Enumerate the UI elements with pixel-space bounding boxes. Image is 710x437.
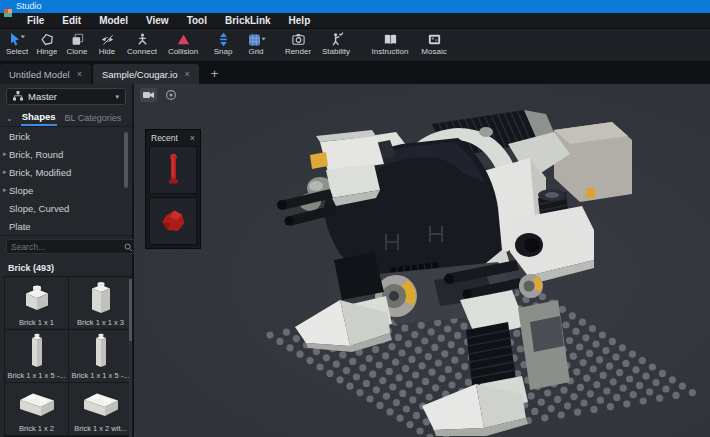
brick-thumbnail bbox=[82, 383, 120, 424]
part-search-field[interactable] bbox=[6, 239, 138, 254]
hierarchy-icon bbox=[13, 91, 23, 103]
brick-thumbnail bbox=[18, 383, 56, 424]
brick-results-grid: Brick 1 x 1 Brick 1 x 1 x 3 Brick 1 x 1 … bbox=[4, 276, 132, 437]
category-brick-round[interactable]: ▸Brick, Round bbox=[0, 145, 132, 163]
scene-canvas[interactable] bbox=[134, 84, 710, 437]
tab-close-icon[interactable]: × bbox=[185, 69, 190, 79]
viewport-3d[interactable]: Recent × bbox=[134, 84, 710, 437]
master-dropdown-label: Master bbox=[28, 91, 57, 102]
results-scrollbar[interactable] bbox=[129, 279, 132, 437]
category-scrollbar[interactable] bbox=[124, 132, 128, 188]
app-logo-icon bbox=[4, 3, 12, 11]
menu-help[interactable]: Help bbox=[280, 15, 320, 26]
tab-sample-cougar[interactable]: Sample/Cougar.io × bbox=[93, 64, 199, 84]
tool-mosaic[interactable]: Mosaic bbox=[414, 32, 454, 56]
tool-snap[interactable]: Snap bbox=[208, 32, 238, 56]
search-row bbox=[0, 235, 132, 257]
brick-thumbnail bbox=[30, 330, 44, 371]
part-brick-1x1x3[interactable]: Brick 1 x 1 x 3 bbox=[69, 277, 132, 329]
hinge-icon bbox=[40, 32, 55, 47]
mosaic-icon bbox=[427, 32, 442, 47]
new-tab-button[interactable]: + bbox=[211, 66, 219, 81]
menu-tool[interactable]: Tool bbox=[178, 15, 216, 26]
category-slope-curved[interactable]: Slope, Curved bbox=[0, 199, 132, 217]
category-slope[interactable]: ▸Slope bbox=[0, 181, 132, 199]
title-bar: Studio bbox=[0, 0, 710, 13]
tab-untitled-model[interactable]: Untitled Model × bbox=[0, 64, 91, 84]
tab-shapes[interactable]: Shapes bbox=[21, 111, 57, 126]
search-input[interactable] bbox=[11, 242, 122, 252]
search-icon bbox=[124, 238, 133, 256]
tool-connect[interactable]: Connect bbox=[122, 32, 162, 56]
recent-panel-header: Recent × bbox=[146, 130, 200, 146]
menu-bar: File Edit Model View Tool BrickLink Help bbox=[0, 13, 710, 29]
viewport-controls bbox=[140, 88, 179, 102]
part-brick-1x2[interactable]: Brick 1 x 2 bbox=[5, 383, 68, 435]
main-content: Master ▾ ⌄ Shapes BL Categories Brick ▸B… bbox=[0, 84, 710, 437]
tab-bl-categories[interactable]: BL Categories bbox=[65, 113, 122, 126]
master-step-dropdown[interactable]: Master ▾ bbox=[6, 88, 126, 105]
palette-tabs: ⌄ Shapes BL Categories bbox=[0, 108, 132, 127]
results-count-header: Brick (493) bbox=[0, 257, 132, 276]
tool-collision[interactable]: Collision bbox=[162, 32, 204, 56]
brick-thumbnail bbox=[23, 277, 51, 318]
category-plate[interactable]: Plate bbox=[0, 217, 132, 235]
tool-render[interactable]: Render bbox=[280, 32, 316, 56]
tab-label: Untitled Model bbox=[9, 69, 70, 80]
menu-view[interactable]: View bbox=[137, 15, 178, 26]
toolbar: Select Hinge Clone Hide Connect Collisio… bbox=[0, 29, 710, 62]
recent-panel-title: Recent bbox=[151, 133, 178, 143]
window-title: Studio bbox=[16, 2, 42, 11]
brick-thumbnail bbox=[89, 277, 113, 318]
tab-label: Sample/Cougar.io bbox=[102, 69, 178, 80]
recent-part-red-boulder[interactable] bbox=[149, 197, 197, 245]
select-cursor-icon bbox=[8, 32, 26, 47]
menu-model[interactable]: Model bbox=[90, 15, 137, 26]
recent-part-red-antenna[interactable] bbox=[149, 146, 197, 194]
tool-clone[interactable]: Clone bbox=[62, 32, 92, 56]
category-brick-modified[interactable]: ▸Brick, Modified bbox=[0, 163, 132, 181]
instruction-book-icon bbox=[383, 32, 398, 47]
recent-parts-panel: Recent × bbox=[145, 129, 201, 249]
tab-close-icon[interactable]: × bbox=[77, 69, 82, 79]
orbit-mode-button[interactable] bbox=[162, 88, 179, 102]
category-brick[interactable]: Brick bbox=[0, 127, 132, 145]
tool-hide[interactable]: Hide bbox=[92, 32, 122, 56]
camera-view-button[interactable] bbox=[140, 88, 157, 102]
collapse-chevron-icon[interactable]: ⌄ bbox=[6, 114, 13, 126]
tool-hinge[interactable]: Hinge bbox=[32, 32, 62, 56]
menu-file[interactable]: File bbox=[18, 15, 53, 26]
close-icon[interactable]: × bbox=[190, 133, 195, 143]
collision-icon bbox=[176, 32, 191, 47]
menu-bricklink[interactable]: BrickLink bbox=[216, 15, 280, 26]
menu-edit[interactable]: Edit bbox=[53, 15, 90, 26]
snap-icon bbox=[216, 32, 231, 47]
tool-grid[interactable]: Grid bbox=[238, 32, 274, 56]
hide-eye-icon bbox=[100, 32, 115, 47]
part-brick-1x1x5[interactable]: Brick 1 x 1 x 5 -... bbox=[5, 330, 68, 382]
grid-icon bbox=[247, 32, 266, 47]
clone-icon bbox=[70, 32, 85, 47]
part-brick-1x1[interactable]: Brick 1 x 1 bbox=[5, 277, 68, 329]
connect-icon bbox=[135, 32, 150, 47]
brick-thumbnail bbox=[94, 330, 108, 371]
tool-instruction[interactable]: Instruction bbox=[366, 32, 414, 56]
parts-palette-sidebar: Master ▾ ⌄ Shapes BL Categories Brick ▸B… bbox=[0, 84, 134, 437]
category-list: Brick ▸Brick, Round ▸Brick, Modified ▸Sl… bbox=[0, 127, 132, 235]
tool-select[interactable]: Select bbox=[2, 32, 32, 56]
render-camera-icon bbox=[291, 32, 306, 47]
tool-stability[interactable]: Stability bbox=[316, 32, 356, 56]
part-brick-1x2-with[interactable]: Brick 1 x 2 wit... bbox=[69, 383, 132, 435]
part-brick-1x1x5-alt[interactable]: Brick 1 x 1 x 5 -... bbox=[69, 330, 132, 382]
chevron-down-icon: ▾ bbox=[115, 93, 119, 101]
document-tab-strip: Untitled Model × Sample/Cougar.io × + bbox=[0, 62, 710, 84]
stability-icon bbox=[329, 32, 344, 47]
